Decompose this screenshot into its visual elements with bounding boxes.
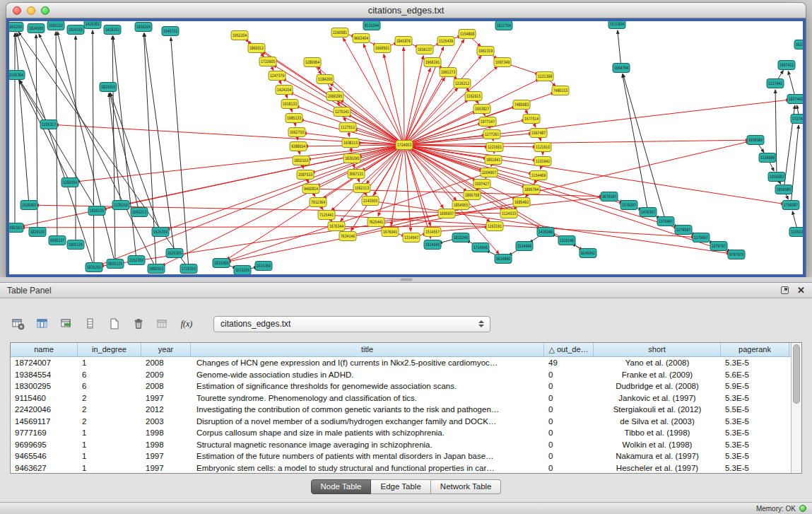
- graph-node[interactable]: 1314547: [403, 233, 420, 243]
- graph-edge[interactable]: [93, 30, 94, 267]
- graph-node[interactable]: 2526060: [20, 201, 37, 210]
- graph-node[interactable]: 7625441: [367, 218, 384, 227]
- graph-node[interactable]: 1162615: [465, 92, 482, 101]
- graph-node[interactable]: 1802103: [293, 156, 310, 165]
- close-panel-icon[interactable]: ✕: [797, 286, 805, 295]
- graph-node[interactable]: 1614840: [495, 255, 512, 264]
- row-options-icon[interactable]: [82, 315, 99, 332]
- graph-node[interactable]: 1611704: [495, 21, 512, 30]
- graph-node[interactable]: 1184200: [317, 75, 334, 84]
- graph-node[interactable]: 1895794: [523, 185, 540, 194]
- graph-edge[interactable]: [19, 81, 70, 182]
- graph-edge[interactable]: [404, 100, 789, 145]
- graph-node[interactable]: 1579297: [620, 201, 637, 210]
- graph-node[interactable]: 1221601: [486, 143, 503, 152]
- graph-edge[interactable]: [17, 33, 94, 267]
- graph-node[interactable]: 9460814: [302, 185, 319, 194]
- graph-node[interactable]: 1829130: [29, 228, 46, 237]
- graph-node[interactable]: 2105364: [9, 71, 25, 80]
- graph-edge[interactable]: [21, 226, 495, 228]
- table-row[interactable]: 911546021997Tourette syndrome. Phenomeno…: [11, 392, 791, 404]
- graph-node[interactable]: 1966191: [424, 58, 441, 67]
- graph-node[interactable]: 1827442: [787, 95, 803, 104]
- graph-edge[interactable]: [404, 88, 458, 145]
- graph-node[interactable]: 1659584: [747, 136, 764, 145]
- graph-node[interactable]: 7912364: [310, 198, 326, 207]
- graph-edge[interactable]: [56, 32, 57, 240]
- tab-node-table[interactable]: Node Table: [311, 479, 372, 494]
- graph-node[interactable]: 2091222: [47, 21, 64, 30]
- graph-node[interactable]: 1914545: [424, 240, 441, 250]
- split-divider[interactable]: [0, 277, 812, 282]
- graph-node[interactable]: 1275141: [334, 107, 351, 117]
- graph-node[interactable]: 1082503: [9, 223, 23, 233]
- graph-node[interactable]: 1725310: [180, 264, 197, 274]
- graph-node[interactable]: 1097349: [494, 58, 511, 67]
- graph-edge[interactable]: [290, 93, 404, 145]
- graph-edge[interactable]: [404, 40, 464, 145]
- graph-node[interactable]: 1676041: [382, 228, 399, 237]
- graph-edge[interactable]: [391, 145, 404, 226]
- graph-node[interactable]: 1815140: [452, 233, 469, 243]
- graph-edge[interactable]: [16, 33, 29, 205]
- graph-node[interactable]: 9595137: [49, 236, 66, 245]
- graph-node[interactable]: 1135250: [112, 201, 129, 210]
- graph-edge[interactable]: [775, 90, 777, 177]
- minimize-window-button[interactable]: [27, 6, 35, 15]
- table-row[interactable]: 2242004622012Investigating the contribut…: [11, 404, 791, 416]
- zoom-window-button[interactable]: [41, 6, 49, 15]
- graph-node[interactable]: 1105034: [789, 228, 803, 237]
- graph-edge[interactable]: [404, 69, 430, 145]
- graph-node[interactable]: 1841876: [395, 37, 412, 46]
- graph-node[interactable]: 1903250: [9, 23, 23, 32]
- graph-node[interactable]: 1664794: [613, 64, 630, 73]
- graph-edge[interactable]: [20, 81, 97, 211]
- graph-node[interactable]: 1525350: [152, 228, 169, 237]
- graph-node[interactable]: 1938115: [342, 139, 359, 148]
- graph-node[interactable]: 1656137: [416, 45, 433, 54]
- graph-node[interactable]: 1280064: [304, 58, 321, 67]
- graph-node[interactable]: 2060295: [326, 92, 343, 101]
- graph-node[interactable]: 2087533: [297, 170, 314, 180]
- graph-node[interactable]: 1424204: [276, 86, 293, 95]
- table-row[interactable]: 1830029562008Estimation of significance …: [11, 380, 791, 392]
- graph-node[interactable]: 1895758: [464, 191, 481, 200]
- graph-node[interactable]: 1759587: [782, 201, 799, 210]
- graph-edge[interactable]: [109, 93, 121, 205]
- graph-node[interactable]: 1093213: [131, 208, 148, 217]
- graph-node[interactable]: 1905135: [67, 240, 84, 250]
- graph-edge[interactable]: [144, 33, 175, 253]
- graph-node[interactable]: 1829135: [88, 206, 105, 216]
- graph-node[interactable]: 1859585: [775, 185, 792, 194]
- column-header[interactable]: name: [11, 343, 78, 356]
- graph-node[interactable]: 1676344: [328, 222, 345, 231]
- graph-node[interactable]: 1851641: [485, 156, 502, 165]
- graph-node[interactable]: 2260581: [331, 28, 348, 37]
- graph-node[interactable]: 1154808: [459, 30, 476, 39]
- close-window-button[interactable]: [13, 6, 21, 15]
- float-panel-icon[interactable]: [781, 286, 789, 294]
- graph-node[interactable]: 1724003: [396, 141, 413, 150]
- graph-node[interactable]: 1221398: [536, 72, 553, 81]
- graph-edge[interactable]: [618, 30, 621, 68]
- graph-node[interactable]: 9505135: [107, 259, 124, 269]
- tab-edge-table[interactable]: Edge Table: [371, 479, 430, 494]
- graph-node[interactable]: 1226212: [454, 79, 471, 88]
- graph-node[interactable]: 1722605: [259, 57, 276, 66]
- table-selector-dropdown[interactable]: citations_edges.txt: [213, 316, 490, 332]
- graph-node[interactable]: 1953827: [473, 105, 490, 114]
- graph-node[interactable]: 7634146: [339, 232, 356, 241]
- graph-node[interactable]: 1079797: [710, 242, 727, 251]
- graph-node[interactable]: 1154469: [530, 171, 547, 180]
- graph-node[interactable]: 2152350: [128, 256, 145, 265]
- window-titlebar[interactable]: citations_edges.txt: [6, 3, 806, 18]
- tab-network-table[interactable]: Network Table: [431, 479, 502, 494]
- graph-node[interactable]: 1679197: [601, 192, 618, 201]
- graph-edge[interactable]: [404, 145, 784, 204]
- table-row[interactable]: 946362711997Embryonic stem cells: a mode…: [11, 462, 791, 474]
- graph-node[interactable]: 1205317: [40, 120, 57, 129]
- graph-edge[interactable]: [363, 44, 404, 145]
- graph-node[interactable]: 1514946: [516, 242, 533, 251]
- graph-node[interactable]: 1695937: [438, 209, 455, 218]
- graph-edge[interactable]: [623, 74, 666, 221]
